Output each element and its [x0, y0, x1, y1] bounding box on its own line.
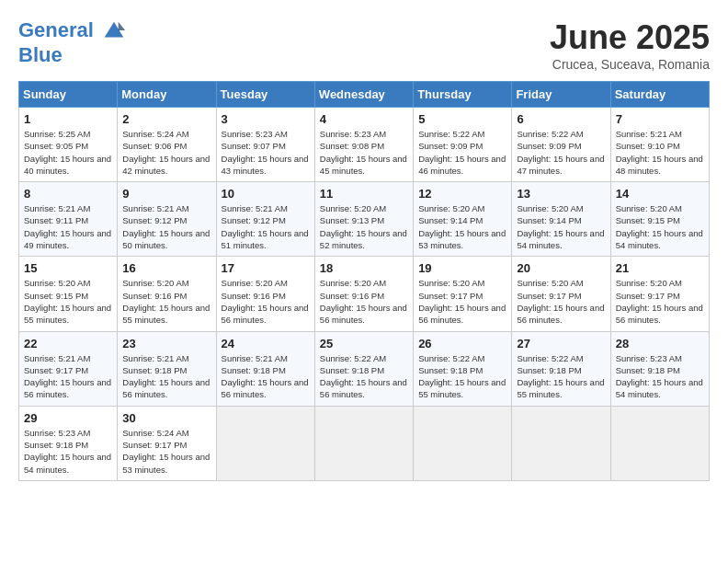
daylight-text: Daylight: 15 hours and 53 minutes.	[122, 451, 210, 476]
day-number: 13	[517, 187, 605, 201]
calendar-cell: 20Sunrise: 5:20 AMSunset: 9:17 PMDayligh…	[512, 257, 610, 331]
weekday-header-tuesday: Tuesday	[216, 82, 314, 108]
sunset-text: Sunset: 9:17 PM	[122, 439, 210, 451]
day-number: 11	[320, 187, 408, 201]
sunrise-text: Sunrise: 5:22 AM	[418, 352, 506, 364]
day-info: Sunrise: 5:21 AMSunset: 9:11 PMDaylight:…	[24, 202, 112, 251]
daylight-text: Daylight: 15 hours and 53 minutes.	[418, 227, 506, 252]
day-info: Sunrise: 5:21 AMSunset: 9:12 PMDaylight:…	[222, 202, 310, 251]
day-info: Sunrise: 5:20 AMSunset: 9:13 PMDaylight:…	[320, 202, 408, 251]
day-number: 19	[418, 261, 506, 275]
sunset-text: Sunset: 9:09 PM	[517, 140, 605, 152]
daylight-text: Daylight: 15 hours and 56 minutes.	[222, 376, 310, 401]
sunrise-text: Sunrise: 5:21 AM	[24, 352, 112, 364]
daylight-text: Daylight: 15 hours and 50 minutes.	[122, 227, 210, 252]
calendar-cell: 23Sunrise: 5:21 AMSunset: 9:18 PMDayligh…	[118, 331, 216, 406]
sunset-text: Sunset: 9:11 PM	[24, 214, 112, 226]
day-number: 23	[122, 337, 210, 350]
calendar-cell: 26Sunrise: 5:22 AMSunset: 9:18 PMDayligh…	[414, 331, 512, 406]
sunrise-text: Sunrise: 5:23 AM	[616, 352, 704, 364]
calendar-cell: 8Sunrise: 5:21 AMSunset: 9:11 PMDaylight…	[19, 182, 118, 257]
calendar-cell: 2Sunrise: 5:24 AMSunset: 9:06 PMDaylight…	[118, 108, 216, 182]
calendar-cell: 24Sunrise: 5:21 AMSunset: 9:18 PMDayligh…	[216, 331, 314, 406]
sunset-text: Sunset: 9:18 PM	[320, 364, 408, 376]
sunset-text: Sunset: 9:07 PM	[222, 140, 310, 152]
sunrise-text: Sunrise: 5:20 AM	[616, 277, 704, 289]
day-info: Sunrise: 5:20 AMSunset: 9:17 PMDaylight:…	[517, 277, 605, 326]
day-info: Sunrise: 5:20 AMSunset: 9:16 PMDaylight:…	[320, 277, 408, 326]
sunset-text: Sunset: 9:06 PM	[122, 140, 210, 152]
day-info: Sunrise: 5:24 AMSunset: 9:17 PMDaylight:…	[122, 427, 210, 476]
calendar-cell: 17Sunrise: 5:20 AMSunset: 9:16 PMDayligh…	[216, 257, 314, 331]
day-number: 15	[24, 261, 112, 275]
day-number: 2	[122, 112, 210, 126]
sunset-text: Sunset: 9:18 PM	[122, 364, 210, 376]
sunset-text: Sunset: 9:17 PM	[418, 290, 506, 302]
logo: General Blue	[18, 18, 127, 66]
daylight-text: Daylight: 15 hours and 55 minutes.	[517, 376, 605, 401]
sunrise-text: Sunrise: 5:20 AM	[320, 202, 408, 214]
daylight-text: Daylight: 15 hours and 55 minutes.	[418, 376, 506, 401]
sunset-text: Sunset: 9:18 PM	[418, 364, 506, 376]
day-number: 9	[122, 187, 210, 201]
calendar-cell: 30Sunrise: 5:24 AMSunset: 9:17 PMDayligh…	[118, 406, 216, 480]
sunrise-text: Sunrise: 5:21 AM	[222, 352, 310, 364]
sunset-text: Sunset: 9:15 PM	[616, 214, 704, 226]
sunrise-text: Sunrise: 5:23 AM	[320, 128, 408, 140]
calendar-week-1: 1Sunrise: 5:25 AMSunset: 9:05 PMDaylight…	[19, 108, 710, 182]
calendar-cell: 11Sunrise: 5:20 AMSunset: 9:13 PMDayligh…	[314, 182, 413, 257]
sunrise-text: Sunrise: 5:20 AM	[418, 277, 506, 289]
daylight-text: Daylight: 15 hours and 55 minutes.	[24, 302, 112, 327]
calendar-cell: 9Sunrise: 5:21 AMSunset: 9:12 PMDaylight…	[118, 182, 216, 257]
day-number: 14	[616, 187, 704, 201]
calendar-cell	[610, 406, 709, 480]
day-number: 7	[616, 112, 704, 126]
sunset-text: Sunset: 9:17 PM	[517, 290, 605, 302]
day-info: Sunrise: 5:21 AMSunset: 9:18 PMDaylight:…	[122, 352, 210, 401]
daylight-text: Daylight: 15 hours and 45 minutes.	[320, 153, 408, 178]
daylight-text: Daylight: 15 hours and 54 minutes.	[616, 227, 704, 252]
weekday-header-saturday: Saturday	[610, 82, 709, 108]
sunrise-text: Sunrise: 5:20 AM	[418, 202, 506, 214]
sunrise-text: Sunrise: 5:24 AM	[122, 427, 210, 439]
day-info: Sunrise: 5:20 AMSunset: 9:17 PMDaylight:…	[616, 277, 704, 326]
day-info: Sunrise: 5:20 AMSunset: 9:16 PMDaylight:…	[222, 277, 310, 326]
calendar-cell: 28Sunrise: 5:23 AMSunset: 9:18 PMDayligh…	[610, 331, 709, 406]
sunset-text: Sunset: 9:18 PM	[517, 364, 605, 376]
day-info: Sunrise: 5:20 AMSunset: 9:17 PMDaylight:…	[418, 277, 506, 326]
sunrise-text: Sunrise: 5:25 AM	[24, 128, 112, 140]
sunrise-text: Sunrise: 5:21 AM	[24, 202, 112, 214]
calendar-cell: 25Sunrise: 5:22 AMSunset: 9:18 PMDayligh…	[314, 331, 413, 406]
daylight-text: Daylight: 15 hours and 51 minutes.	[222, 227, 310, 252]
day-number: 12	[418, 187, 506, 201]
calendar-cell	[512, 406, 610, 480]
calendar-cell: 27Sunrise: 5:22 AMSunset: 9:18 PMDayligh…	[512, 331, 610, 406]
daylight-text: Daylight: 15 hours and 43 minutes.	[222, 153, 310, 178]
svg-marker-1	[119, 22, 125, 30]
sunset-text: Sunset: 9:09 PM	[418, 140, 506, 152]
day-info: Sunrise: 5:22 AMSunset: 9:18 PMDaylight:…	[517, 352, 605, 401]
calendar-week-3: 15Sunrise: 5:20 AMSunset: 9:15 PMDayligh…	[19, 257, 710, 331]
sunrise-text: Sunrise: 5:21 AM	[122, 352, 210, 364]
sunrise-text: Sunrise: 5:23 AM	[222, 128, 310, 140]
daylight-text: Daylight: 15 hours and 46 minutes.	[418, 153, 506, 178]
calendar-cell: 21Sunrise: 5:20 AMSunset: 9:17 PMDayligh…	[610, 257, 709, 331]
sunrise-text: Sunrise: 5:22 AM	[517, 128, 605, 140]
sunset-text: Sunset: 9:16 PM	[122, 290, 210, 302]
weekday-header-sunday: Sunday	[19, 82, 118, 108]
calendar-cell: 13Sunrise: 5:20 AMSunset: 9:14 PMDayligh…	[512, 182, 610, 257]
sunrise-text: Sunrise: 5:22 AM	[320, 352, 408, 364]
sunset-text: Sunset: 9:17 PM	[616, 290, 704, 302]
weekday-header-thursday: Thursday	[414, 82, 512, 108]
daylight-text: Daylight: 15 hours and 40 minutes.	[24, 153, 112, 178]
sunset-text: Sunset: 9:14 PM	[517, 214, 605, 226]
month-title: June 2025	[550, 18, 710, 57]
calendar-cell: 7Sunrise: 5:21 AMSunset: 9:10 PMDaylight…	[610, 108, 709, 182]
sunset-text: Sunset: 9:08 PM	[320, 140, 408, 152]
location-subtitle: Crucea, Suceava, Romania	[550, 57, 710, 72]
day-number: 27	[517, 337, 605, 350]
day-info: Sunrise: 5:22 AMSunset: 9:18 PMDaylight:…	[418, 352, 506, 401]
daylight-text: Daylight: 15 hours and 54 minutes.	[24, 451, 112, 476]
day-info: Sunrise: 5:23 AMSunset: 9:18 PMDaylight:…	[24, 427, 112, 476]
day-number: 6	[517, 112, 605, 126]
